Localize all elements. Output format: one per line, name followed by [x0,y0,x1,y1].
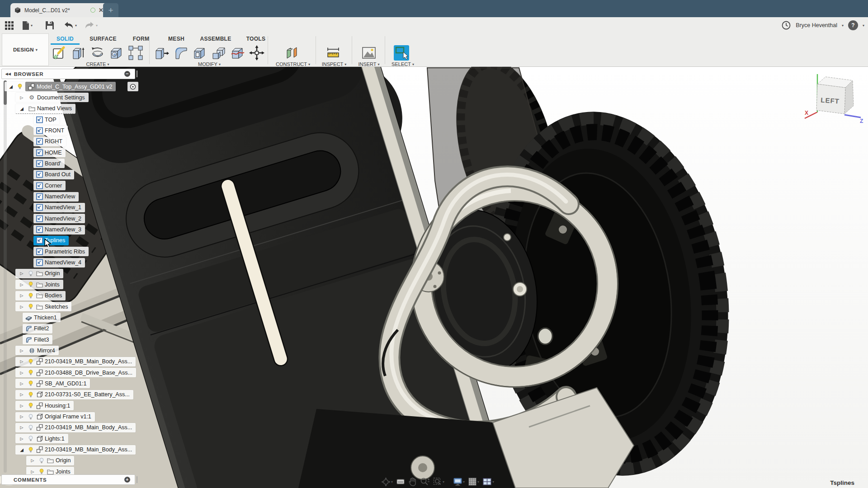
job-status-clock-icon[interactable] [781,20,791,30]
comments-resize-grip[interactable] [137,476,137,483]
new-tab-button[interactable]: + [103,3,118,17]
view-cube[interactable]: LEFT X Z [801,70,864,125]
display-settings-button[interactable]: ▾ [453,477,465,486]
browser-row[interactable]: ▷Origial Frame v1:1 [0,412,145,422]
visibility-bulb-icon[interactable] [28,446,34,453]
tab-mesh[interactable]: MESH [162,34,191,43]
tab-surface[interactable]: SURFACE [86,34,120,43]
browser-row[interactable]: NamedView_3 [0,225,145,235]
browser-row[interactable]: ▷210-03419_MB_Main_Body_Ass... [0,423,145,433]
visibility-bulb-icon[interactable] [28,402,34,409]
shell-button[interactable] [191,43,209,62]
expand-node-icon[interactable]: ▷ [17,436,26,441]
browser-row[interactable]: ▷⚙Document Settings [0,93,145,103]
comments-panel-header[interactable]: COMMENTS + [1,474,135,485]
expand-node-icon[interactable]: ▷ [17,305,26,309]
browser-row[interactable]: RIGHT [0,137,145,147]
collapse-node-icon[interactable]: ◢ [17,106,26,111]
browser-panel-header[interactable]: ◂◂ BROWSER − [1,69,135,79]
browser-row[interactable]: ▷Origin [0,269,145,279]
browser-row[interactable]: ▷210-03419_MB_Main_Body_Ass... [0,357,145,367]
browser-row[interactable]: Tsplines [0,236,145,246]
visibility-bulb-icon[interactable] [28,281,34,288]
tab-form[interactable]: FORM [127,34,155,43]
browser-row[interactable]: Fillet2 [0,324,145,334]
pan-button[interactable] [408,477,417,486]
grid-layout-button[interactable]: ▾ [468,477,479,486]
expand-node-icon[interactable]: ▷ [17,381,26,386]
insert-dropdown[interactable]: INSERT▾ [354,61,384,67]
expand-node-icon[interactable]: ▷ [17,371,26,375]
create-dropdown[interactable]: CREATE▾ [51,61,145,67]
visibility-bulb-icon[interactable] [28,435,34,442]
workspace-switcher[interactable]: DESIGN ▾ [2,33,49,66]
browser-row[interactable]: ▷Sketches [0,302,145,312]
browser-row[interactable]: Board Out [0,170,145,180]
browser-row[interactable]: ▷210-03488_DB_Drive_Base_Ass... [0,368,145,378]
select-dropdown[interactable]: SELECT▾ [387,61,419,67]
look-at-button[interactable] [396,478,405,486]
visibility-bulb-icon[interactable] [17,83,23,90]
expand-node-icon[interactable]: ▷ [17,404,26,408]
browser-row[interactable]: ▷Housing:1 [0,401,145,411]
browser-row[interactable]: Thicken1 [0,313,145,323]
move-copy-button[interactable] [248,43,266,62]
split-body-button[interactable] [229,43,247,62]
revolve-button[interactable] [89,43,107,62]
browser-row[interactable]: ◢Model_C_Top_Assy_GD01 v2 [0,82,145,92]
press-pull-button[interactable] [153,43,171,62]
browser-resize-grip[interactable] [137,70,137,77]
tab-assemble[interactable]: ASSEMBLE [196,34,235,43]
add-comment-icon[interactable]: + [124,477,130,483]
fillet-button[interactable] [172,43,190,62]
visibility-bulb-icon[interactable] [28,358,34,365]
visibility-bulb-icon[interactable] [28,380,34,387]
browser-row[interactable]: NamedView [0,192,145,202]
user-name-menu[interactable]: Bryce Heventhal [796,22,837,28]
expand-node-icon[interactable]: ▷ [17,348,26,353]
construct-plane-button[interactable] [283,43,302,62]
collapse-all-icon[interactable]: − [124,71,130,77]
browser-row[interactable]: Parametric Ribs [0,247,145,257]
hole-button[interactable] [108,43,126,62]
combine-button[interactable] [210,43,228,62]
expand-node-icon[interactable]: ▷ [17,293,26,298]
browser-row[interactable]: NamedView_2 [0,214,145,224]
help-button[interactable]: ? [848,20,858,30]
undo-button[interactable]: ▾ [63,17,77,33]
browser-row[interactable]: ▷210-03731-S0_EE_Battery_Ass... [0,390,145,400]
visibility-bulb-icon[interactable] [28,303,34,310]
expand-node-icon[interactable]: ▷ [17,392,26,397]
browser-row[interactable]: TOP [0,115,145,125]
browser-row[interactable]: ◢Named Views [0,104,145,114]
fit-button[interactable]: ▾ [433,477,444,486]
browser-row[interactable]: Corner [0,181,145,191]
redo-button[interactable]: ▾ [84,17,98,33]
extrude-button[interactable] [70,43,88,62]
browser-row[interactable]: Board' [0,159,145,169]
visibility-bulb-icon[interactable] [28,270,34,277]
zoom-button[interactable] [420,477,430,486]
browser-row[interactable]: ▷Joints [0,280,145,290]
visibility-bulb-icon[interactable] [38,457,45,464]
pattern-button[interactable] [127,43,145,62]
expand-node-icon[interactable]: ▷ [28,469,37,474]
expand-node-icon[interactable]: ▷ [28,458,37,463]
visibility-bulb-icon[interactable] [38,468,45,475]
visibility-bulb-icon[interactable] [28,292,34,299]
expand-node-icon[interactable]: ▷ [17,359,26,364]
browser-row[interactable]: NamedView_1 [0,203,145,213]
visibility-bulb-icon[interactable] [28,391,34,398]
browser-row[interactable]: NamedView_4 [0,258,145,268]
expand-node-icon[interactable]: ▷ [17,271,26,276]
browser-row[interactable]: HOME [0,148,145,158]
expand-node-icon[interactable]: ▷ [17,425,26,430]
visibility-bulb-icon[interactable] [28,413,34,420]
select-tool-button[interactable] [392,43,410,62]
save-button[interactable] [45,17,54,33]
browser-row[interactable]: ▷Origin [0,456,145,466]
file-menu-button[interactable]: ▾ [22,17,33,33]
modify-dropdown[interactable]: MODIFY▾ [153,61,266,67]
browser-row[interactable]: Fillet3 [0,335,145,345]
expand-node-icon[interactable]: ▷ [17,282,26,287]
